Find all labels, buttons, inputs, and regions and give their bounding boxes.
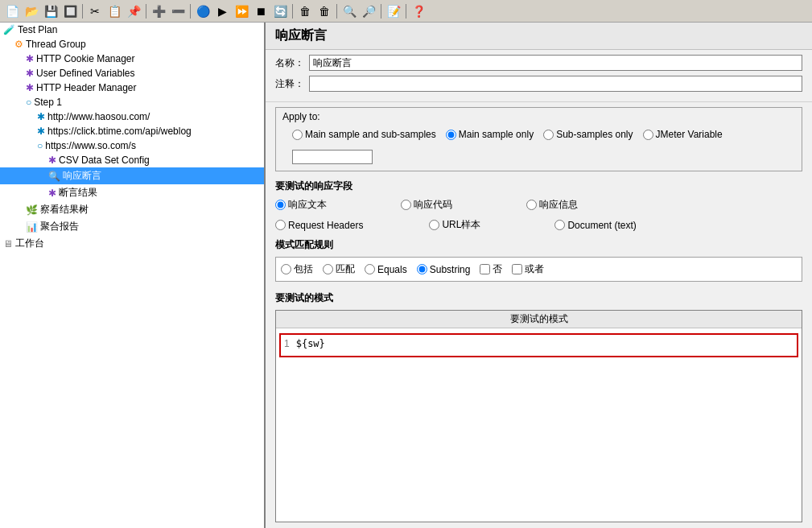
req-headers-radio[interactable] <box>275 220 286 230</box>
apply-jmeter-var-text: JMeter Variable <box>656 129 723 140</box>
negate-checkbox[interactable] <box>480 264 490 274</box>
workbench-icon: 🖥 <box>3 238 13 250</box>
shutdown-button[interactable]: 🔄 <box>271 2 289 20</box>
browse2-button[interactable]: 🔎 <box>360 2 377 20</box>
sidebar-item-view-results[interactable]: 🌿 察看结果树 <box>0 201 264 218</box>
sidebar-item-view-results-label: 察看结果树 <box>40 203 89 217</box>
url-sample-label[interactable]: URL样本 <box>429 218 480 232</box>
apply-sub-only-text: Sub-samples only <box>556 129 633 140</box>
sidebar-item-user-variables[interactable]: ✱ User Defined Variables <box>0 66 264 80</box>
resp-code-radio[interactable] <box>401 200 411 210</box>
contains-radio[interactable] <box>281 264 291 274</box>
document-label[interactable]: Document (text) <box>554 220 636 231</box>
remote-start-button[interactable]: 🔵 <box>194 2 212 20</box>
separator-2 <box>146 4 146 19</box>
equals-text: Equals <box>377 264 407 275</box>
sidebar-item-cookie-manager[interactable]: ✱ HTTP Cookie Manager <box>0 52 264 66</box>
apply-jmeter-var-radio[interactable] <box>643 130 653 140</box>
resp-text-text: 响应文本 <box>288 198 327 212</box>
sidebar-item-so[interactable]: ○ https://www.so.com/s <box>0 138 264 153</box>
sidebar-item-csv-data[interactable]: ✱ CSV Data Set Config <box>0 153 264 167</box>
sidebar-item-test-plan-label: Test Plan <box>18 24 57 35</box>
sidebar-item-test-plan[interactable]: 🧪 Test Plan <box>0 23 264 37</box>
toolbar: 📄 📂 💾 🔲 ✂ 📋 📌 ➕ ➖ 🔵 ▶ ⏩ ⏹ 🔄 🗑 🗑 🔍 🔎 📝 ❓ <box>0 0 812 23</box>
paste-button[interactable]: 📌 <box>125 2 142 20</box>
apply-main-only-label[interactable]: Main sample only <box>446 129 534 140</box>
substring-radio[interactable] <box>417 264 427 274</box>
apply-main-only-radio[interactable] <box>446 130 456 140</box>
document-radio[interactable] <box>554 220 565 230</box>
cut-button[interactable]: ✂ <box>86 2 104 20</box>
jmeter-var-input[interactable] <box>292 150 373 164</box>
apply-sub-only-radio[interactable] <box>543 130 554 140</box>
comment-input[interactable] <box>309 76 802 92</box>
substring-label[interactable]: Substring <box>417 264 471 275</box>
verify-button[interactable]: 🔲 <box>61 2 79 20</box>
req-headers-text: Request Headers <box>288 220 363 231</box>
matches-text: 匹配 <box>336 262 355 276</box>
contains-text: 包括 <box>294 262 313 276</box>
url-sample-radio[interactable] <box>429 220 439 230</box>
apply-jmeter-var-label[interactable]: JMeter Variable <box>643 129 723 140</box>
apply-to-title: Apply to: <box>282 111 795 122</box>
patterns-to-test-section: 要测试的模式 <box>266 285 812 310</box>
contains-label[interactable]: 包括 <box>281 262 313 276</box>
resp-info-radio[interactable] <box>526 200 537 210</box>
resp-text-radio[interactable] <box>275 200 286 210</box>
sidebar-item-thread-group[interactable]: ⚙ Thread Group <box>0 37 264 52</box>
clear-button[interactable]: 🗑 <box>296 2 314 20</box>
apply-main-sub-label[interactable]: Main sample and sub-samples <box>292 129 436 140</box>
pattern-rules-radio-group: 包括 匹配 Equals Substring <box>281 262 797 276</box>
sidebar-item-csv-data-label: CSV Data Set Config <box>59 155 150 166</box>
open-button[interactable]: 📂 <box>23 2 40 20</box>
apply-sub-only-label[interactable]: Sub-samples only <box>543 129 633 140</box>
sidebar-item-workbench[interactable]: 🖥 工作台 <box>0 235 264 252</box>
apply-main-sub-radio[interactable] <box>292 130 303 140</box>
sidebar-item-workbench-label: 工作台 <box>15 237 44 250</box>
resp-code-label[interactable]: 响应代码 <box>401 198 452 212</box>
new-button[interactable]: 📄 <box>3 2 21 20</box>
spacer <box>266 522 812 528</box>
req-headers-label[interactable]: Request Headers <box>275 220 363 231</box>
matches-label[interactable]: 匹配 <box>323 262 355 276</box>
save-button[interactable]: 💾 <box>42 2 60 20</box>
equals-label[interactable]: Equals <box>365 264 407 275</box>
copy-button[interactable]: 📋 <box>105 2 123 20</box>
main-layout: 🧪 Test Plan ⚙ Thread Group ✱ HTTP Cookie… <box>0 23 812 528</box>
browse-button[interactable]: 🔍 <box>340 2 358 20</box>
code-editor: 1 ${sw} <box>279 333 798 357</box>
equals-radio[interactable] <box>365 264 375 274</box>
collapse-button[interactable]: ➖ <box>169 2 187 20</box>
resp-info-label[interactable]: 响应信息 <box>526 198 578 212</box>
resp-text-label[interactable]: 响应文本 <box>275 198 327 212</box>
sidebar-item-header-manager[interactable]: ✱ HTTP Header Manager <box>0 80 264 95</box>
resp-info-text: 响应信息 <box>539 198 578 212</box>
code-content: ${sw} <box>296 338 325 353</box>
patterns-body: 1 ${sw} <box>276 328 802 522</box>
name-input[interactable] <box>309 55 802 71</box>
help-button[interactable]: ❓ <box>410 2 427 20</box>
sidebar-item-assertion[interactable]: 🔍 响应断言 <box>0 167 264 184</box>
templates-button[interactable]: 📝 <box>385 2 402 20</box>
stop-button[interactable]: ⏹ <box>252 2 270 20</box>
sidebar-item-jsr223[interactable]: ✱ 断言结果 <box>0 184 264 201</box>
start-button[interactable]: ▶ <box>213 2 231 20</box>
sidebar-item-btime[interactable]: ✱ https://click.btime.com/api/weblog <box>0 124 264 138</box>
or-checkbox[interactable] <box>512 264 522 274</box>
or-text: 或者 <box>525 262 544 276</box>
substring-text: Substring <box>430 264 471 275</box>
negate-label[interactable]: 否 <box>480 262 502 276</box>
negate-text: 否 <box>493 262 502 276</box>
sidebar-item-aggregate[interactable]: 📊 聚合报告 <box>0 218 264 235</box>
comment-row: 注释： <box>275 76 802 92</box>
expand-button[interactable]: ➕ <box>150 2 167 20</box>
sidebar-item-step1[interactable]: ○ Step 1 <box>0 95 264 109</box>
matches-radio[interactable] <box>323 264 333 274</box>
sidebar-item-haosou[interactable]: ✱ http://www.haosou.com/ <box>0 109 264 124</box>
sidebar-tree: 🧪 Test Plan ⚙ Thread Group ✱ HTTP Cookie… <box>0 23 266 528</box>
user-variables-icon: ✱ <box>26 68 34 79</box>
clear-all-button[interactable]: 🗑 <box>315 2 333 20</box>
start-no-pause-button[interactable]: ⏩ <box>233 2 250 20</box>
separator-4 <box>292 4 293 19</box>
or-label[interactable]: 或者 <box>512 262 544 276</box>
